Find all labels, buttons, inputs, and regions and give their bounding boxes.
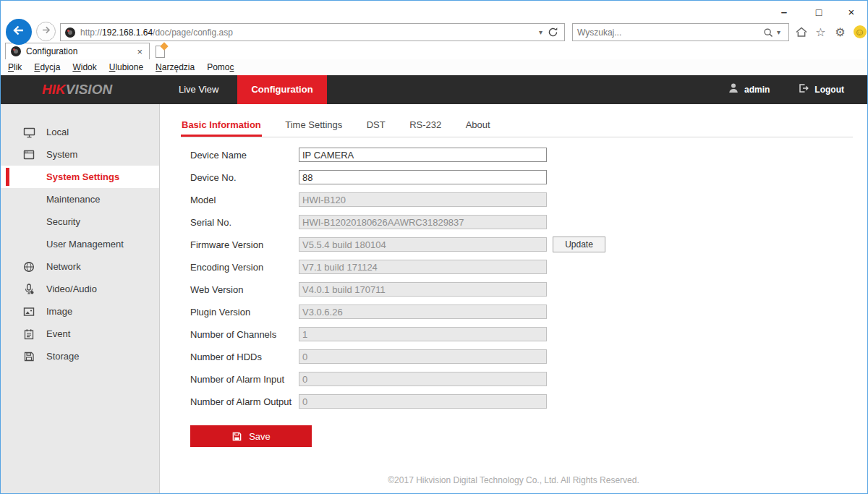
home-icon[interactable] (793, 24, 809, 40)
search-magnifier-icon[interactable] (763, 27, 773, 38)
sidebar-item-network[interactable]: Network (1, 255, 159, 278)
sidebar-item-security[interactable]: Security (1, 210, 159, 233)
form-row: Encoding Version (190, 260, 867, 274)
sidebar-item-image[interactable]: Image (1, 300, 159, 323)
save-floppy-icon (231, 431, 242, 442)
hikvision-logo: HIKVISION (42, 82, 112, 98)
sidebar-item-storage[interactable]: Storage (1, 345, 159, 367)
number-of-alarm-output-label: Number of Alarm Output (190, 396, 299, 407)
menu-item-narzedzia[interactable]: Narzędzia (156, 62, 195, 72)
device-no-label: Device No. (190, 172, 299, 183)
sidebar-item-maintenance[interactable]: Maintenance (1, 188, 159, 210)
menu-item-pomoc[interactable]: Pomoc (207, 62, 234, 72)
new-tab-star-icon (160, 42, 168, 50)
plugin-version-label: Plugin Version (190, 307, 299, 318)
tab-favicon-camera-icon (11, 46, 21, 56)
back-button[interactable] (6, 19, 32, 45)
monitor-icon (22, 127, 36, 138)
sidebar-item-event[interactable]: Event (1, 323, 159, 345)
site-favicon-camera-icon (65, 27, 75, 38)
serial-no-label: Serial No. (190, 217, 299, 228)
content-area: Basic Information Time Settings DST RS-2… (160, 104, 867, 493)
search-box[interactable]: ▾ (572, 23, 789, 41)
device-no-input[interactable] (299, 170, 547, 184)
form-row: Model (190, 192, 867, 207)
tab-about[interactable]: About (465, 115, 491, 137)
sidebar-item-system[interactable]: System (1, 143, 159, 166)
update-button[interactable]: Update (553, 237, 605, 252)
current-user: admin (728, 82, 770, 97)
username-text: admin (744, 85, 770, 95)
sidebar-item-video-audio[interactable]: Video/Audio (1, 278, 159, 300)
menu-item-edycja[interactable]: Edycja (34, 62, 60, 72)
logout-button[interactable]: Logout (797, 82, 844, 97)
serial-no-input (299, 215, 547, 229)
url-text[interactable]: http://192.168.1.64/doc/page/config.asp (80, 27, 535, 38)
tab-dst[interactable]: DST (366, 115, 386, 137)
tab-basic-information[interactable]: Basic Information (181, 115, 262, 137)
save-label: Save (249, 431, 271, 442)
browser-action-icons: ☆ ⚙ ☺ (793, 24, 867, 40)
window-minimize-button[interactable]: – (773, 4, 795, 20)
back-arrow-icon (12, 23, 26, 41)
new-tab-button[interactable] (156, 44, 170, 59)
menu-item-plik[interactable]: Plik (8, 62, 22, 72)
title-bar: – □ × (1, 1, 867, 22)
menu-item-ulubione[interactable]: Ulubione (109, 62, 143, 72)
form-row: Web Version (190, 282, 867, 297)
sidebar-item-local[interactable]: Local (1, 121, 159, 143)
number-of-alarm-input-input (299, 372, 547, 386)
favorites-star-icon[interactable]: ☆ (813, 24, 828, 40)
address-dropdown-icon[interactable]: ▾ (535, 28, 546, 36)
settings-tabs: Basic Information Time Settings DST RS-2… (181, 115, 853, 137)
refresh-icon[interactable] (546, 27, 560, 38)
window-close-button[interactable]: × (841, 4, 862, 20)
logout-icon (797, 82, 809, 97)
address-bar[interactable]: http://192.168.1.64/doc/page/config.asp … (60, 23, 565, 41)
copyright-footer: ©2017 Hikvision Digital Technology Co., … (160, 475, 867, 485)
form-row: Device No. (190, 170, 867, 184)
device-name-input[interactable] (299, 148, 547, 162)
window-maximize-button[interactable]: □ (808, 4, 830, 20)
form-row: Device Name (190, 148, 867, 162)
logout-label: Logout (814, 85, 844, 95)
menu-item-widok[interactable]: Widok (72, 62, 96, 72)
sidebar: Local System System Settings Maintenance… (1, 104, 160, 493)
settings-gear-icon[interactable]: ⚙ (833, 24, 848, 40)
microphone-icon (22, 284, 36, 295)
web-version-input (299, 282, 547, 297)
url-scheme: http:// (80, 27, 102, 38)
number-of-alarm-output-input (299, 394, 547, 409)
encoding-version-label: Encoding Version (190, 262, 299, 273)
tab-close-icon[interactable]: × (135, 46, 144, 57)
browser-window: – □ × http://192.168.1.64/doc/page/confi… (0, 0, 868, 494)
nav-configuration[interactable]: Configuration (237, 75, 326, 104)
feedback-smiley-icon[interactable]: ☺ (852, 24, 867, 40)
app-top-nav: Live View Configuration (160, 75, 327, 104)
sidebar-item-user-management[interactable]: User Management (1, 233, 159, 255)
url-host: 192.168.1.64 (102, 27, 153, 38)
number-of-channels-label: Number of Channels (190, 329, 299, 340)
sidebar-item-system-settings[interactable]: System Settings (1, 166, 159, 188)
search-input[interactable] (577, 27, 763, 38)
app-header: HIKVISION Live View Configuration admin … (1, 75, 867, 104)
tab-time-settings[interactable]: Time Settings (284, 115, 343, 137)
nav-live-view[interactable]: Live View (160, 75, 237, 104)
number-of-channels-input (299, 327, 547, 341)
form-row: Serial No. (190, 215, 867, 229)
form-row: Firmware Version Update (190, 237, 867, 252)
form-row: Number of Channels (190, 327, 867, 341)
browser-tab-configuration[interactable]: Configuration × (5, 43, 150, 59)
save-button[interactable]: Save (190, 425, 312, 447)
picture-icon (22, 306, 36, 318)
browser-toolbar: http://192.168.1.64/doc/page/config.asp … (1, 22, 867, 43)
url-path: /doc/page/config.asp (153, 27, 233, 38)
forward-arrow-icon (41, 25, 51, 38)
search-dropdown-icon[interactable]: ▾ (773, 28, 784, 36)
tab-title: Configuration (26, 46, 135, 56)
window-icon (22, 149, 36, 161)
main-area: Local System System Settings Maintenance… (1, 104, 867, 493)
tab-rs-232[interactable]: RS-232 (409, 115, 442, 137)
floppy-icon (22, 351, 36, 362)
forward-button[interactable] (36, 22, 56, 41)
